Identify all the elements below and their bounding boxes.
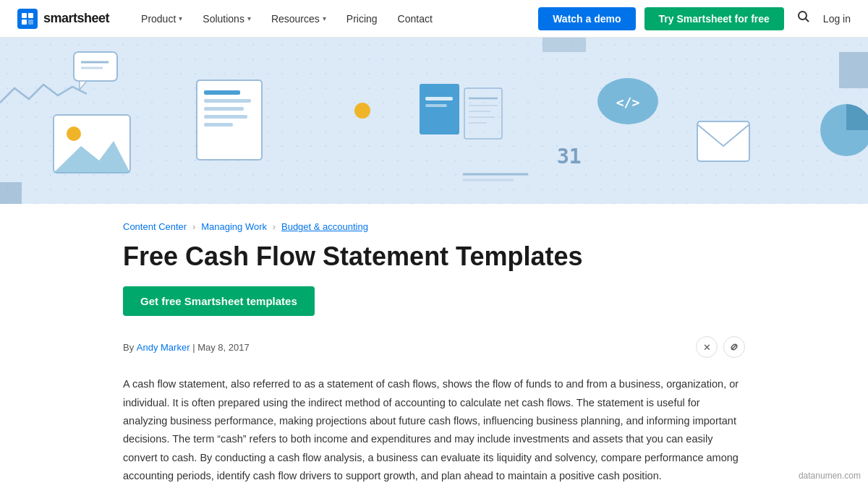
- svg-point-4: [799, 12, 807, 20]
- link-icon: [729, 342, 739, 352]
- svg-rect-1: [28, 13, 33, 18]
- pie-chart-icon: [817, 101, 868, 159]
- cloud-code-icon: </>: [592, 72, 664, 134]
- svg-rect-11: [204, 90, 240, 95]
- search-button[interactable]: [793, 6, 814, 31]
- svg-rect-16: [420, 84, 459, 134]
- watermark: datanumen.com: [799, 471, 861, 481]
- share-icons: ✕: [696, 336, 745, 358]
- svg-marker-9: [80, 81, 87, 90]
- page-title: Free Cash Flow Statement Templates: [123, 241, 745, 272]
- nav-pricing[interactable]: Pricing: [338, 7, 386, 30]
- logo-icon: [17, 9, 38, 29]
- svg-rect-12: [204, 99, 251, 103]
- article-date: May 8, 2017: [197, 342, 250, 353]
- image-icon: [52, 114, 132, 179]
- author-prefix: By: [123, 342, 137, 353]
- hero-decorative-icons: </> 31: [0, 38, 868, 204]
- article-paragraph-1: A cash flow statement, also referred to …: [123, 375, 745, 485]
- nav-links: Product ▾ Solutions ▾ Resources ▾ Pricin…: [132, 7, 538, 30]
- breadcrumb-separator-2: ›: [273, 222, 276, 232]
- document-icon: [418, 82, 505, 151]
- try-free-button[interactable]: Try Smartsheet for free: [644, 7, 784, 30]
- hero-banner: </> 31: [0, 38, 868, 204]
- yellow-dot-icon: [354, 103, 370, 119]
- chevron-down-icon: ▾: [323, 14, 326, 22]
- svg-rect-14: [204, 115, 247, 119]
- author-link[interactable]: Andy Marker: [137, 342, 190, 353]
- author-line: By Andy Marker | May 8, 2017 ✕: [123, 336, 745, 358]
- logo[interactable]: smartsheet: [17, 9, 109, 29]
- breadcrumb-separator-1: ›: [192, 222, 195, 232]
- author-info: By Andy Marker | May 8, 2017: [123, 342, 250, 353]
- calendar-icon: 31: [557, 145, 582, 168]
- content-wrapper: Content Center › Managing Work › Budget …: [109, 204, 760, 488]
- breadcrumb-content-center[interactable]: Content Center: [123, 221, 187, 232]
- chevron-down-icon: ▾: [247, 14, 251, 22]
- watch-demo-button[interactable]: Watch a demo: [538, 7, 635, 30]
- svg-rect-18: [425, 104, 447, 107]
- svg-line-5: [805, 19, 809, 22]
- svg-line-35: [733, 346, 736, 348]
- login-button[interactable]: Log in: [823, 13, 851, 25]
- chat-icon: [72, 51, 130, 94]
- blue-tab-right-icon: [839, 52, 868, 88]
- nav-actions: Watch a demo Try Smartsheet for free Log…: [538, 6, 851, 31]
- breadcrumb-managing-work[interactable]: Managing Work: [201, 221, 267, 232]
- svg-rect-3: [28, 20, 33, 25]
- blue-tab-left-icon: [0, 182, 22, 204]
- search-icon: [797, 10, 810, 23]
- svg-rect-2: [22, 20, 27, 25]
- nav-product[interactable]: Product ▾: [132, 7, 191, 30]
- svg-rect-15: [204, 123, 233, 127]
- link-share-button[interactable]: [723, 336, 745, 358]
- svg-rect-19: [464, 88, 502, 139]
- breadcrumb-budget-accounting[interactable]: Budget & accounting: [281, 221, 368, 232]
- nav-solutions[interactable]: Solutions ▾: [194, 7, 260, 30]
- breadcrumb: Content Center › Managing Work › Budget …: [123, 204, 745, 241]
- lines-icon: [463, 171, 528, 183]
- twitter-share-button[interactable]: ✕: [696, 336, 718, 358]
- logo-text: smartsheet: [43, 11, 109, 26]
- twitter-icon: ✕: [703, 342, 711, 353]
- svg-rect-6: [74, 52, 117, 81]
- chevron-down-icon: ▾: [179, 14, 182, 22]
- svg-rect-29: [697, 121, 749, 161]
- checklist-icon: [194, 77, 273, 164]
- get-templates-button[interactable]: Get free Smartsheet templates: [123, 286, 315, 316]
- envelope-icon: [694, 119, 752, 169]
- navbar: smartsheet Product ▾ Solutions ▾ Resourc…: [0, 0, 868, 38]
- svg-text:</>: </>: [616, 95, 640, 110]
- svg-rect-0: [22, 13, 27, 18]
- nav-resources[interactable]: Resources ▾: [263, 7, 335, 30]
- svg-rect-13: [204, 107, 244, 111]
- svg-rect-17: [425, 97, 453, 100]
- nav-contact[interactable]: Contact: [389, 7, 441, 30]
- blue-rect-top-icon: [542, 38, 586, 52]
- svg-point-33: [67, 127, 81, 141]
